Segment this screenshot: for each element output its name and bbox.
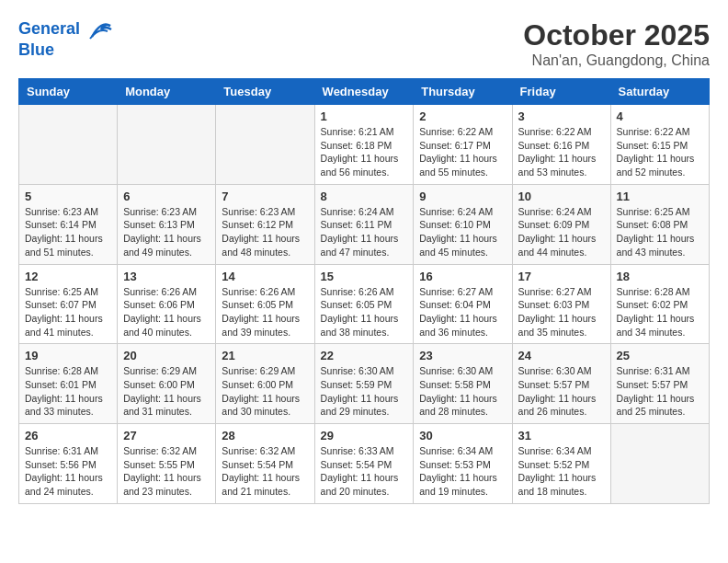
day-info: Sunrise: 6:25 AM Sunset: 6:07 PM Dayligh… bbox=[25, 285, 111, 339]
day-info: Sunrise: 6:23 AM Sunset: 6:13 PM Dayligh… bbox=[123, 205, 210, 259]
day-info: Sunrise: 6:29 AM Sunset: 6:00 PM Dayligh… bbox=[222, 364, 308, 419]
calendar-week-row: 12Sunrise: 6:25 AM Sunset: 6:07 PM Dayli… bbox=[19, 264, 710, 344]
day-number: 16 bbox=[419, 270, 506, 283]
weekday-header: Thursday bbox=[414, 79, 512, 105]
day-info: Sunrise: 6:26 AM Sunset: 6:06 PM Dayligh… bbox=[123, 285, 210, 339]
calendar-cell: 9Sunrise: 6:24 AM Sunset: 6:10 PM Daylig… bbox=[414, 184, 512, 264]
day-number: 12 bbox=[25, 270, 111, 283]
calendar-cell: 24Sunrise: 6:30 AM Sunset: 5:57 PM Dayli… bbox=[512, 344, 610, 424]
calendar-cell: 23Sunrise: 6:30 AM Sunset: 5:58 PM Dayli… bbox=[414, 344, 512, 424]
day-info: Sunrise: 6:32 AM Sunset: 5:54 PM Dayligh… bbox=[222, 444, 308, 499]
calendar-cell: 21Sunrise: 6:29 AM Sunset: 6:00 PM Dayli… bbox=[216, 344, 314, 424]
day-info: Sunrise: 6:30 AM Sunset: 5:58 PM Dayligh… bbox=[419, 364, 506, 419]
day-info: Sunrise: 6:30 AM Sunset: 5:57 PM Dayligh… bbox=[518, 364, 605, 419]
title-block: October 2025 Nan'an, Guangdong, China bbox=[523, 18, 710, 69]
day-number: 3 bbox=[518, 109, 605, 123]
calendar-week-row: 1Sunrise: 6:21 AM Sunset: 6:18 PM Daylig… bbox=[19, 105, 710, 185]
logo-blue: Blue bbox=[18, 41, 115, 60]
calendar-cell: 25Sunrise: 6:31 AM Sunset: 5:57 PM Dayli… bbox=[610, 344, 709, 424]
day-info: Sunrise: 6:25 AM Sunset: 6:08 PM Dayligh… bbox=[617, 205, 703, 259]
calendar-cell bbox=[19, 105, 118, 185]
month-title: October 2025 bbox=[523, 18, 710, 52]
day-number: 28 bbox=[222, 429, 308, 442]
day-info: Sunrise: 6:24 AM Sunset: 6:09 PM Dayligh… bbox=[518, 205, 605, 259]
weekday-header: Sunday bbox=[19, 79, 118, 105]
weekday-header: Tuesday bbox=[216, 79, 314, 105]
day-info: Sunrise: 6:22 AM Sunset: 6:17 PM Dayligh… bbox=[419, 125, 506, 179]
calendar-cell: 19Sunrise: 6:28 AM Sunset: 6:01 PM Dayli… bbox=[19, 344, 118, 424]
calendar-cell: 13Sunrise: 6:26 AM Sunset: 6:06 PM Dayli… bbox=[118, 264, 216, 344]
day-number: 17 bbox=[518, 270, 605, 283]
day-number: 18 bbox=[617, 270, 703, 283]
day-info: Sunrise: 6:31 AM Sunset: 5:56 PM Dayligh… bbox=[25, 444, 111, 499]
calendar-cell: 3Sunrise: 6:22 AM Sunset: 6:16 PM Daylig… bbox=[512, 105, 610, 185]
calendar-cell: 1Sunrise: 6:21 AM Sunset: 6:18 PM Daylig… bbox=[314, 105, 414, 185]
calendar-cell: 5Sunrise: 6:23 AM Sunset: 6:14 PM Daylig… bbox=[19, 184, 118, 264]
day-number: 24 bbox=[518, 349, 605, 362]
day-info: Sunrise: 6:27 AM Sunset: 6:04 PM Dayligh… bbox=[419, 285, 506, 339]
day-number: 14 bbox=[222, 270, 308, 283]
calendar-header-row: SundayMondayTuesdayWednesdayThursdayFrid… bbox=[19, 79, 710, 105]
day-number: 21 bbox=[222, 349, 308, 362]
logo-text: General bbox=[18, 18, 115, 41]
weekday-header: Monday bbox=[118, 79, 216, 105]
calendar-cell: 11Sunrise: 6:25 AM Sunset: 6:08 PM Dayli… bbox=[610, 184, 709, 264]
day-info: Sunrise: 6:33 AM Sunset: 5:54 PM Dayligh… bbox=[321, 444, 408, 499]
day-info: Sunrise: 6:30 AM Sunset: 5:59 PM Dayligh… bbox=[321, 364, 408, 419]
calendar-cell: 16Sunrise: 6:27 AM Sunset: 6:04 PM Dayli… bbox=[414, 264, 512, 344]
day-number: 13 bbox=[123, 270, 210, 283]
calendar-cell: 31Sunrise: 6:34 AM Sunset: 5:52 PM Dayli… bbox=[512, 424, 610, 504]
day-number: 23 bbox=[419, 349, 506, 362]
logo: General Blue bbox=[18, 18, 115, 60]
day-number: 8 bbox=[321, 190, 408, 203]
calendar-cell: 20Sunrise: 6:29 AM Sunset: 6:00 PM Dayli… bbox=[118, 344, 216, 424]
day-number: 22 bbox=[321, 349, 408, 362]
day-number: 19 bbox=[25, 349, 111, 362]
day-info: Sunrise: 6:31 AM Sunset: 5:57 PM Dayligh… bbox=[617, 364, 703, 419]
calendar-cell: 10Sunrise: 6:24 AM Sunset: 6:09 PM Dayli… bbox=[512, 184, 610, 264]
calendar-cell: 18Sunrise: 6:28 AM Sunset: 6:02 PM Dayli… bbox=[610, 264, 709, 344]
calendar-cell: 28Sunrise: 6:32 AM Sunset: 5:54 PM Dayli… bbox=[216, 424, 314, 504]
day-info: Sunrise: 6:32 AM Sunset: 5:55 PM Dayligh… bbox=[123, 444, 210, 499]
day-number: 26 bbox=[25, 429, 111, 442]
day-number: 27 bbox=[123, 429, 210, 442]
day-info: Sunrise: 6:34 AM Sunset: 5:53 PM Dayligh… bbox=[419, 444, 506, 499]
calendar-cell: 26Sunrise: 6:31 AM Sunset: 5:56 PM Dayli… bbox=[19, 424, 118, 504]
calendar-cell: 27Sunrise: 6:32 AM Sunset: 5:55 PM Dayli… bbox=[118, 424, 216, 504]
day-info: Sunrise: 6:28 AM Sunset: 6:02 PM Dayligh… bbox=[617, 285, 703, 339]
day-info: Sunrise: 6:23 AM Sunset: 6:14 PM Dayligh… bbox=[25, 205, 111, 259]
calendar-cell bbox=[118, 105, 216, 185]
calendar-cell: 6Sunrise: 6:23 AM Sunset: 6:13 PM Daylig… bbox=[118, 184, 216, 264]
weekday-header: Wednesday bbox=[314, 79, 414, 105]
calendar-cell: 12Sunrise: 6:25 AM Sunset: 6:07 PM Dayli… bbox=[19, 264, 118, 344]
calendar-week-row: 19Sunrise: 6:28 AM Sunset: 6:01 PM Dayli… bbox=[19, 344, 710, 424]
weekday-header: Friday bbox=[512, 79, 610, 105]
day-number: 31 bbox=[518, 429, 605, 442]
calendar-cell: 15Sunrise: 6:26 AM Sunset: 6:05 PM Dayli… bbox=[314, 264, 414, 344]
day-info: Sunrise: 6:21 AM Sunset: 6:18 PM Dayligh… bbox=[321, 125, 408, 179]
day-info: Sunrise: 6:22 AM Sunset: 6:15 PM Dayligh… bbox=[617, 125, 703, 179]
day-info: Sunrise: 6:34 AM Sunset: 5:52 PM Dayligh… bbox=[518, 444, 605, 499]
day-number: 11 bbox=[617, 190, 703, 203]
calendar-cell: 14Sunrise: 6:26 AM Sunset: 6:05 PM Dayli… bbox=[216, 264, 314, 344]
day-number: 9 bbox=[419, 190, 506, 203]
day-info: Sunrise: 6:24 AM Sunset: 6:11 PM Dayligh… bbox=[321, 205, 408, 259]
day-number: 30 bbox=[419, 429, 506, 442]
calendar-cell: 7Sunrise: 6:23 AM Sunset: 6:12 PM Daylig… bbox=[216, 184, 314, 264]
calendar-cell: 29Sunrise: 6:33 AM Sunset: 5:54 PM Dayli… bbox=[314, 424, 414, 504]
page-header: General Blue October 2025 Nan'an, Guangd… bbox=[18, 18, 710, 69]
day-info: Sunrise: 6:28 AM Sunset: 6:01 PM Dayligh… bbox=[25, 364, 111, 419]
day-number: 6 bbox=[123, 190, 210, 203]
calendar-cell: 30Sunrise: 6:34 AM Sunset: 5:53 PM Dayli… bbox=[414, 424, 512, 504]
day-info: Sunrise: 6:26 AM Sunset: 6:05 PM Dayligh… bbox=[222, 285, 308, 339]
weekday-header: Saturday bbox=[610, 79, 709, 105]
day-number: 2 bbox=[419, 109, 506, 123]
calendar-table: SundayMondayTuesdayWednesdayThursdayFrid… bbox=[18, 78, 710, 504]
day-number: 4 bbox=[617, 109, 703, 123]
day-info: Sunrise: 6:22 AM Sunset: 6:16 PM Dayligh… bbox=[518, 125, 605, 179]
calendar-cell: 17Sunrise: 6:27 AM Sunset: 6:03 PM Dayli… bbox=[512, 264, 610, 344]
day-number: 1 bbox=[321, 109, 408, 123]
day-info: Sunrise: 6:29 AM Sunset: 6:00 PM Dayligh… bbox=[123, 364, 210, 419]
day-info: Sunrise: 6:27 AM Sunset: 6:03 PM Dayligh… bbox=[518, 285, 605, 339]
day-info: Sunrise: 6:26 AM Sunset: 6:05 PM Dayligh… bbox=[321, 285, 408, 339]
